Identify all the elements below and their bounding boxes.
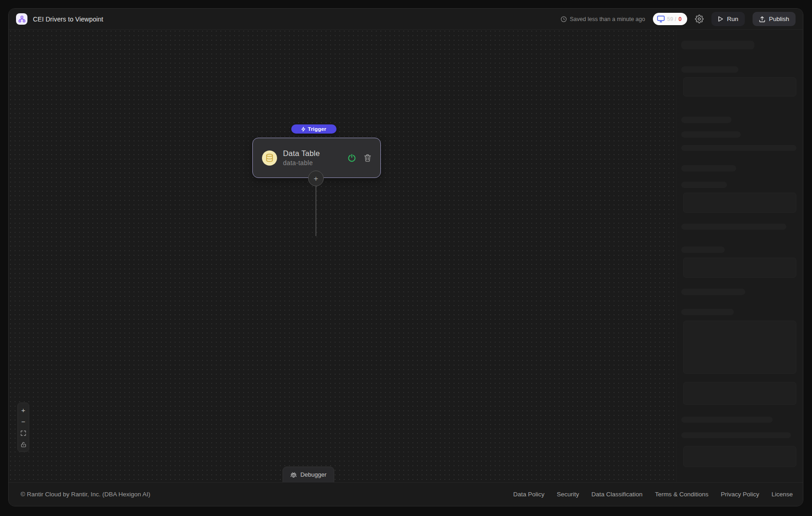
app-window: CEI Drivers to Viewpoint Saved less than… bbox=[8, 8, 803, 506]
fit-view-button[interactable] bbox=[18, 427, 29, 439]
bug-icon bbox=[290, 472, 297, 478]
debugger-tab-label: Debugger bbox=[300, 471, 326, 478]
monitor-icon bbox=[657, 16, 665, 22]
footer-link-terms[interactable]: Terms & Conditions bbox=[655, 491, 708, 498]
saved-status: Saved less than a minute ago bbox=[561, 16, 645, 22]
node-title: Data Table bbox=[283, 149, 320, 158]
add-node-button[interactable]: + bbox=[308, 171, 324, 186]
trash-icon bbox=[364, 154, 371, 162]
publish-button-label: Publish bbox=[769, 16, 789, 22]
play-icon bbox=[718, 16, 723, 22]
footer-links: Data Policy Security Data Classification… bbox=[513, 491, 793, 498]
plus-icon: + bbox=[314, 175, 318, 183]
database-icon bbox=[266, 154, 273, 162]
workflow-canvas[interactable]: Trigger Data Table data-table bbox=[9, 30, 803, 482]
node-icon-circle bbox=[262, 150, 277, 166]
node-enable-toggle[interactable] bbox=[347, 154, 356, 162]
usage-quota: 59 / bbox=[667, 16, 676, 22]
upload-icon bbox=[759, 16, 765, 22]
minus-icon: − bbox=[21, 418, 26, 425]
debugger-tab[interactable]: Debugger bbox=[283, 467, 334, 482]
page-title: CEI Drivers to Viewpoint bbox=[33, 16, 103, 23]
power-icon bbox=[347, 154, 356, 162]
app-logo[interactable] bbox=[16, 13, 27, 25]
saved-status-text: Saved less than a minute ago bbox=[570, 16, 645, 22]
copyright-text: © Rantir Cloud by Rantir, Inc. (DBA Hexi… bbox=[21, 491, 150, 498]
footer-bar: © Rantir Cloud by Rantir, Inc. (DBA Hexi… bbox=[9, 482, 803, 506]
zoom-in-button[interactable]: + bbox=[18, 404, 29, 416]
footer-link-privacy-policy[interactable]: Privacy Policy bbox=[721, 491, 759, 498]
plus-icon: + bbox=[21, 406, 26, 414]
canvas-controls: + − bbox=[17, 403, 29, 452]
header-bar: CEI Drivers to Viewpoint Saved less than… bbox=[9, 9, 803, 30]
footer-link-license[interactable]: License bbox=[771, 491, 793, 498]
publish-button[interactable]: Publish bbox=[753, 12, 796, 26]
connector-line bbox=[315, 186, 316, 236]
footer-link-data-policy[interactable]: Data Policy bbox=[513, 491, 545, 498]
node-actions bbox=[347, 154, 371, 162]
node-subtitle: data-table bbox=[283, 159, 320, 167]
trigger-badge-label: Trigger bbox=[308, 126, 326, 132]
node-texts: Data Table data-table bbox=[283, 149, 320, 167]
fit-view-icon bbox=[21, 430, 26, 436]
footer-link-data-classification[interactable]: Data Classification bbox=[592, 491, 643, 498]
header-actions: Saved less than a minute ago 59 / 0 bbox=[561, 12, 796, 26]
workflow-icon bbox=[18, 16, 26, 23]
bolt-icon bbox=[301, 127, 305, 132]
trigger-badge[interactable]: Trigger bbox=[291, 124, 337, 134]
lock-button[interactable] bbox=[18, 439, 29, 450]
gear-icon bbox=[695, 15, 704, 23]
error-count-badge: 0 bbox=[678, 16, 682, 22]
zoom-out-button[interactable]: − bbox=[18, 416, 29, 427]
footer-link-security[interactable]: Security bbox=[557, 491, 579, 498]
settings-button[interactable] bbox=[695, 15, 704, 23]
clock-icon bbox=[561, 16, 567, 22]
run-button[interactable]: Run bbox=[711, 12, 745, 26]
ghost-side-panel bbox=[676, 30, 803, 482]
lock-icon bbox=[21, 442, 26, 447]
run-button-label: Run bbox=[727, 16, 738, 22]
usage-counter-pill[interactable]: 59 / 0 bbox=[653, 13, 687, 25]
node-delete-button[interactable] bbox=[364, 154, 371, 162]
